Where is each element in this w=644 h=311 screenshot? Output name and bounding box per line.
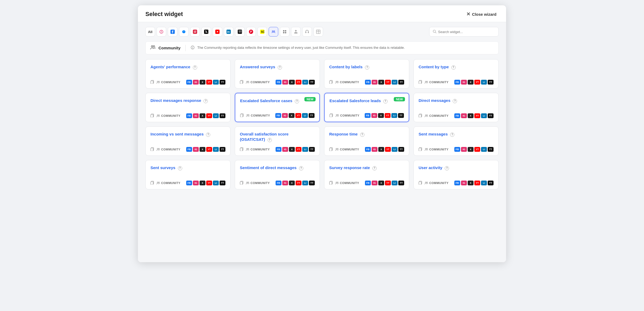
widget-title-response-time[interactable]: Response time ? bbox=[329, 131, 364, 137]
widget-title-content-by-type[interactable]: Content by type ? bbox=[419, 64, 456, 70]
widget-card-escalated-salesforce-cases[interactable]: NEW Escalated Salesforce cases ? COMMUNI… bbox=[235, 93, 320, 122]
badge-x: X bbox=[378, 181, 384, 185]
widget-card-escalated-salesforce-leads[interactable]: NEW Escalated Salesforce leads ? COMMUNI… bbox=[324, 93, 409, 122]
widget-title-content-by-labels[interactable]: Content by labels ? bbox=[329, 64, 369, 70]
help-icon[interactable]: ? bbox=[365, 65, 369, 70]
copy-icon[interactable] bbox=[419, 80, 422, 85]
help-icon[interactable]: ? bbox=[372, 166, 377, 170]
filter-group-button[interactable] bbox=[280, 27, 289, 37]
widget-title-incoming-vs-sent[interactable]: Incoming vs sent messages ? bbox=[150, 131, 210, 137]
widget-title-escalated-leads[interactable]: Escalated Salesforce leads ? bbox=[329, 98, 388, 103]
badge-li: LI bbox=[481, 181, 487, 185]
copy-icon[interactable] bbox=[240, 147, 244, 152]
badge-yt: YT bbox=[385, 147, 391, 152]
filter-snapchat-button[interactable]: SC bbox=[257, 27, 267, 37]
filter-community-button[interactable] bbox=[269, 27, 278, 37]
help-icon[interactable]: ? bbox=[204, 99, 208, 103]
widget-footer-left: COMMUNITY bbox=[329, 80, 359, 85]
copy-icon[interactable] bbox=[150, 147, 154, 152]
copy-icon[interactable] bbox=[240, 80, 244, 85]
community-tag: COMMUNITY bbox=[246, 80, 270, 84]
svg-rect-23 bbox=[294, 33, 297, 33]
help-icon[interactable]: ? bbox=[445, 166, 449, 170]
copy-icon[interactable] bbox=[150, 114, 154, 118]
filter-custom-button[interactable] bbox=[291, 27, 301, 37]
close-wizard-button[interactable]: ✕ Close wizard bbox=[464, 10, 499, 18]
community-tag: COMMUNITY bbox=[335, 181, 359, 185]
filter-audio-button[interactable] bbox=[302, 27, 312, 37]
copy-icon[interactable] bbox=[329, 113, 333, 118]
copy-icon[interactable] bbox=[329, 80, 333, 85]
help-icon[interactable]: ? bbox=[295, 99, 299, 103]
widget-card-sent-surveys[interactable]: Sent surveys ? COMMUNITY bbox=[145, 160, 230, 189]
widget-card-sentiment-direct-messages[interactable]: Sentiment of direct messages ? COMMUNITY bbox=[235, 160, 320, 189]
widget-card-answered-surveys[interactable]: Answered surveys ? COMMUNITY bbox=[235, 59, 320, 89]
copy-icon[interactable] bbox=[150, 181, 154, 185]
widget-footer-left: COMMUNITY bbox=[240, 80, 270, 85]
widget-title-agents-performance[interactable]: Agents' performance ? bbox=[150, 64, 197, 70]
widget-title-survey-response-rate[interactable]: Survey response rate ? bbox=[329, 165, 377, 170]
filter-all-button[interactable]: All bbox=[145, 27, 155, 37]
help-icon[interactable]: ? bbox=[178, 166, 182, 170]
widget-title-sent-surveys[interactable]: Sent surveys ? bbox=[150, 165, 182, 170]
widget-card-direct-messages-response[interactable]: Direct messages response ? COMMUNITY bbox=[145, 93, 230, 122]
widget-title-answered-surveys[interactable]: Answered surveys ? bbox=[240, 64, 282, 70]
widget-title-osat-csat[interactable]: Overall satisfaction score (OSAT/CSAT) ? bbox=[240, 131, 315, 142]
widget-card-content-by-labels[interactable]: Content by labels ? COMMUNITY bbox=[324, 59, 409, 89]
help-icon[interactable]: ? bbox=[360, 133, 364, 137]
filter-tiktok-button[interactable]: TT bbox=[235, 27, 245, 37]
community-tag-icon bbox=[335, 114, 339, 117]
widget-card-content-by-type[interactable]: Content by type ? COMMUNITY bbox=[414, 59, 499, 89]
community-bar-info-icon: i bbox=[190, 45, 195, 50]
widget-card-survey-response-rate[interactable]: Survey response rate ? COMMUNITY bbox=[324, 160, 409, 189]
help-icon[interactable]: ? bbox=[299, 166, 303, 170]
widget-card-response-time[interactable]: Response time ? COMMUNITY bbox=[324, 126, 409, 156]
copy-icon[interactable] bbox=[150, 80, 154, 85]
widget-card-user-activity[interactable]: User activity ? COMMUNITY bbox=[414, 160, 499, 189]
help-icon[interactable]: ? bbox=[193, 65, 197, 70]
widget-title-sentiment-direct-messages[interactable]: Sentiment of direct messages ? bbox=[240, 165, 303, 170]
filter-pinterest-button[interactable]: P bbox=[246, 27, 256, 37]
help-icon[interactable]: ? bbox=[450, 133, 454, 137]
filter-instagram-button[interactable] bbox=[190, 27, 200, 37]
help-icon[interactable]: ? bbox=[278, 65, 282, 70]
widget-title-direct-messages[interactable]: Direct messages ? bbox=[419, 98, 457, 103]
badge-x: X bbox=[200, 80, 205, 85]
widget-title-escalated-cases[interactable]: Escalated Salesforce cases ? bbox=[240, 98, 299, 103]
filter-youtube-button[interactable] bbox=[213, 27, 222, 37]
copy-icon[interactable] bbox=[419, 147, 422, 152]
help-icon[interactable]: ? bbox=[206, 133, 210, 137]
filter-linkedin-button[interactable]: in bbox=[224, 27, 233, 37]
copy-icon[interactable] bbox=[240, 113, 244, 118]
copy-icon[interactable] bbox=[419, 114, 422, 118]
filter-mentions-button[interactable] bbox=[157, 27, 166, 37]
badge-li: LI bbox=[213, 147, 219, 152]
svg-point-49 bbox=[425, 81, 426, 82]
widget-card-incoming-vs-sent[interactable]: Incoming vs sent messages ? COMMUNITY bbox=[145, 126, 230, 156]
copy-icon[interactable] bbox=[329, 181, 333, 185]
community-tag-icon bbox=[246, 181, 249, 185]
widget-title-direct-messages-response[interactable]: Direct messages response ? bbox=[150, 98, 208, 103]
widget-header: Direct messages ? bbox=[419, 98, 494, 103]
search-input[interactable] bbox=[438, 30, 495, 34]
widget-header: Incoming vs sent messages ? bbox=[150, 131, 225, 137]
copy-icon[interactable] bbox=[419, 181, 422, 185]
widget-card-sent-messages[interactable]: Sent messages ? COMMUNITY bbox=[414, 126, 499, 156]
svg-rect-96 bbox=[330, 114, 332, 117]
widget-card-agents-performance[interactable]: Agents' performance ? COMMUNITY bbox=[145, 59, 230, 89]
help-icon[interactable]: ? bbox=[268, 138, 272, 142]
widget-title-user-activity[interactable]: User activity ? bbox=[419, 165, 449, 170]
help-icon[interactable]: ? bbox=[451, 65, 456, 70]
widget-title-sent-messages[interactable]: Sent messages ? bbox=[419, 131, 454, 137]
copy-icon[interactable] bbox=[240, 181, 244, 185]
badge-x: X bbox=[289, 113, 295, 118]
help-icon[interactable]: ? bbox=[383, 99, 388, 103]
help-icon[interactable]: ? bbox=[453, 99, 457, 103]
filter-messenger-button[interactable] bbox=[179, 27, 189, 37]
widget-card-osat-csat[interactable]: Overall satisfaction score (OSAT/CSAT) ?… bbox=[235, 126, 320, 156]
filter-x-button[interactable] bbox=[201, 27, 211, 37]
filter-table-button[interactable] bbox=[313, 27, 323, 37]
widget-card-direct-messages[interactable]: Direct messages ? COMMUNITY bbox=[414, 93, 499, 122]
copy-icon[interactable] bbox=[329, 147, 333, 152]
filter-facebook-button[interactable] bbox=[168, 27, 177, 37]
